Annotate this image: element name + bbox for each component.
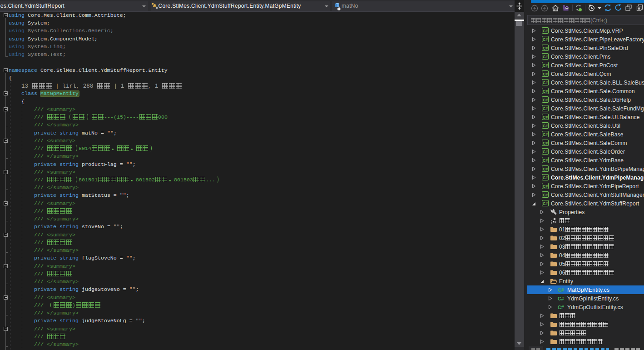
svg-text:C#: C# bbox=[543, 150, 548, 154]
svg-text:C#: C# bbox=[543, 201, 548, 206]
svg-text:C#: C# bbox=[543, 80, 548, 85]
svg-text:C#: C# bbox=[543, 98, 548, 102]
svg-text:C#: C# bbox=[543, 132, 548, 137]
svg-text:C#: C# bbox=[543, 46, 548, 50]
svg-text:C#: C# bbox=[543, 193, 548, 197]
svg-text:C#: C# bbox=[543, 115, 548, 120]
svg-text:C#: C# bbox=[558, 296, 564, 301]
svg-text:C#: C# bbox=[543, 141, 548, 145]
svg-text:C#: C# bbox=[543, 55, 548, 59]
svg-text:C#: C# bbox=[558, 305, 564, 310]
svg-text:C#: C# bbox=[543, 158, 548, 163]
svg-text:C#: C# bbox=[543, 89, 548, 94]
svg-text:C#: C# bbox=[543, 29, 548, 33]
svg-text:C#: C# bbox=[543, 175, 548, 180]
svg-text:C#: C# bbox=[543, 106, 548, 111]
svg-text:C#: C# bbox=[558, 287, 564, 293]
svg-text:C#: C# bbox=[543, 167, 548, 171]
svg-text:C#: C# bbox=[543, 72, 548, 76]
svg-text:C#: C# bbox=[543, 124, 548, 128]
svg-text:C#: C# bbox=[543, 37, 548, 42]
svg-text:C#: C# bbox=[543, 63, 548, 68]
svg-text:C#: C# bbox=[543, 184, 548, 189]
